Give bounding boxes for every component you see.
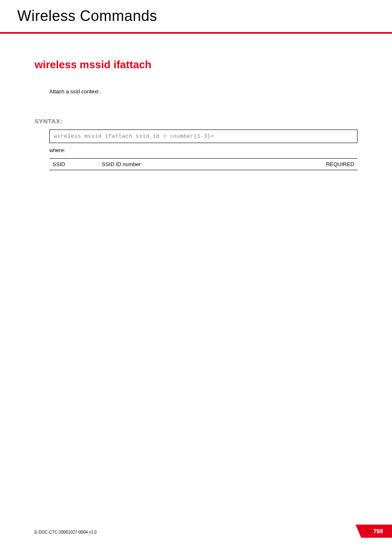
table-row: SSID SSID ID number REQUIRED [49,159,357,170]
page-header-title: Wireless Commands [17,7,392,25]
syntax-box: wireless mssid ifattach ssid_id = <numbe… [49,130,357,143]
syntax-label: SYNTAX: [35,118,357,125]
page-number: 769 [361,525,392,538]
command-title: wireless mssid ifattach [35,58,357,71]
param-table: SSID SSID ID number REQUIRED [49,158,357,170]
param-name: SSID [49,159,99,170]
where-label: where: [49,147,357,153]
param-desc: SSID ID number [99,159,308,170]
footer-doc-id: E-DOC-CTC-20061027-0004 v1.0 [35,530,97,534]
command-description: Attach a ssid context . [49,88,357,95]
param-req: REQUIRED [308,159,357,170]
content: wireless mssid ifattach Attach a ssid co… [0,34,392,170]
footer: E-DOC-CTC-20061027-0004 v1.0 769 [0,528,392,535]
page-header: Wireless Commands [0,0,392,25]
